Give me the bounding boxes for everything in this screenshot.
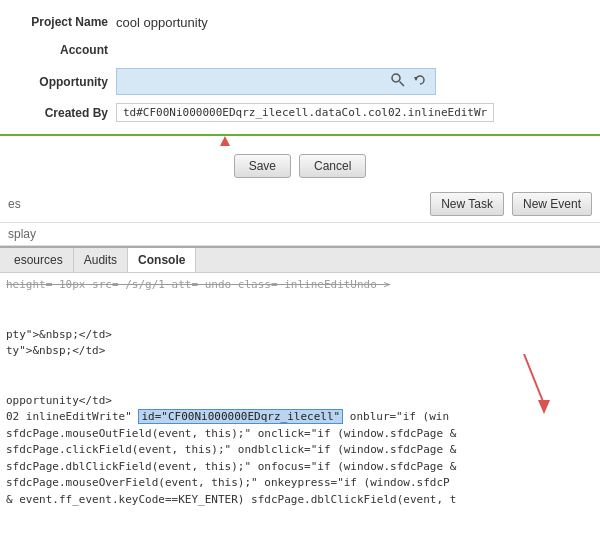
form-buttons-row: Save Cancel bbox=[0, 146, 600, 186]
code-line-13: & event.ff_event.keyCode==KEY_ENTER) sfd… bbox=[6, 492, 594, 509]
code-line-2 bbox=[6, 310, 594, 327]
svg-point-0 bbox=[392, 74, 400, 82]
code-line-3: pty">&nbsp;</td> bbox=[6, 327, 594, 344]
code-line-9: sfdcPage.mouseOutField(event, this);" on… bbox=[6, 426, 594, 443]
code-line-10: sfdcPage.clickField(event, this);" ondbl… bbox=[6, 442, 594, 459]
id-highlight: id="CF00Ni000000EDqrz_ilecell" bbox=[138, 409, 343, 424]
cancel-button[interactable]: Cancel bbox=[299, 154, 366, 178]
devtools-inner: height= 10px src= /s/g/1 att= undo class… bbox=[6, 277, 594, 508]
svg-marker-6 bbox=[538, 400, 550, 414]
svg-line-5 bbox=[524, 354, 544, 404]
arrow-annotation-area: Save Cancel bbox=[0, 136, 600, 186]
display-label: splay bbox=[8, 227, 36, 241]
form-section: Project Name cool opportunity Account Op… bbox=[0, 0, 600, 136]
created-by-code: td#CF00Ni000000EDqrz_ilecell.dataCol.col… bbox=[116, 103, 494, 122]
tab-console[interactable]: Console bbox=[128, 248, 196, 272]
search-icon bbox=[390, 72, 406, 88]
save-button[interactable]: Save bbox=[234, 154, 291, 178]
activity-label: es bbox=[8, 197, 422, 211]
opportunity-reset-button[interactable] bbox=[409, 71, 431, 92]
account-row: Account bbox=[0, 36, 600, 64]
project-name-value: cool opportunity bbox=[116, 15, 208, 30]
created-by-row: Created By td#CF00Ni000000EDqrz_ilecell.… bbox=[0, 99, 600, 126]
account-label: Account bbox=[8, 43, 116, 57]
devtools-content: height= 10px src= /s/g/1 att= undo class… bbox=[0, 273, 600, 543]
project-name-row: Project Name cool opportunity bbox=[0, 8, 600, 36]
new-event-button[interactable]: New Event bbox=[512, 192, 592, 216]
arrow-down-svg bbox=[504, 354, 584, 414]
devtools-tabs: esources Audits Console bbox=[0, 248, 600, 273]
code-line-1 bbox=[6, 294, 594, 311]
svg-marker-2 bbox=[414, 77, 418, 81]
created-by-label: Created By bbox=[8, 106, 116, 120]
tab-audits[interactable]: Audits bbox=[74, 248, 128, 272]
project-name-label: Project Name bbox=[8, 15, 116, 29]
new-task-button[interactable]: New Task bbox=[430, 192, 504, 216]
devtools-panel: esources Audits Console height= 10px src… bbox=[0, 246, 600, 543]
svg-line-1 bbox=[400, 82, 405, 87]
opportunity-label: Opportunity bbox=[8, 75, 116, 89]
code-line-8: 02 inlineEditWrite" id="CF00Ni000000EDqr… bbox=[6, 409, 594, 426]
opportunity-input[interactable] bbox=[121, 72, 387, 92]
code-line-11: sfdcPage.dblClickField(event, this);" on… bbox=[6, 459, 594, 476]
code-line-0: height= 10px src= /s/g/1 att= undo class… bbox=[6, 277, 594, 294]
opportunity-row: Opportunity bbox=[0, 64, 600, 99]
activity-bar: es New Task New Event bbox=[0, 186, 600, 223]
code-line-12: sfdcPage.mouseOverField(event, this);" o… bbox=[6, 475, 594, 492]
reset-icon bbox=[412, 72, 428, 88]
tab-resources[interactable]: esources bbox=[4, 248, 74, 272]
opportunity-search-button[interactable] bbox=[387, 71, 409, 92]
display-bar: splay bbox=[0, 223, 600, 246]
opportunity-input-wrapper bbox=[116, 68, 436, 95]
